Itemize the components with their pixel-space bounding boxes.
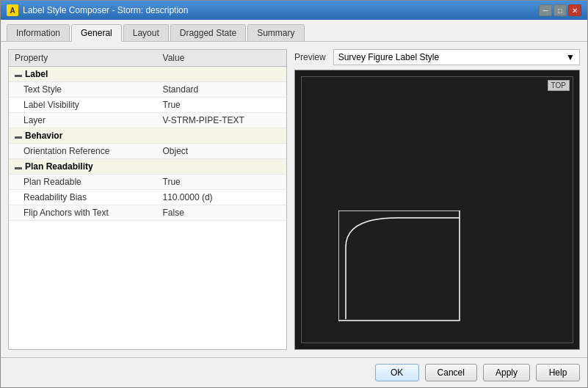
prop-flip-anchors-value[interactable]: False xyxy=(157,205,286,221)
table-row: Text Style Standard xyxy=(9,82,286,98)
minimize-button[interactable]: ─ xyxy=(539,4,552,16)
footer: OK Cancel Apply Help xyxy=(1,357,587,387)
preview-panel: Preview Survey Figure Label Style ▼ TOP xyxy=(294,49,580,350)
tab-information[interactable]: Information xyxy=(7,24,70,41)
prop-text-style-value[interactable]: Standard xyxy=(157,82,286,98)
preview-canvas-inner: TOP xyxy=(301,76,573,343)
preview-label: Preview xyxy=(294,52,326,62)
tab-dragged-state[interactable]: Dragged State xyxy=(170,24,246,41)
app-icon: A xyxy=(7,4,18,16)
table-row: Label Visibility True xyxy=(9,98,286,113)
top-label: TOP xyxy=(548,80,570,91)
table-row: Flip Anchors with Text False xyxy=(9,205,286,221)
prop-flip-anchors-label: Flip Anchors with Text xyxy=(9,205,157,221)
col-value-header: Value xyxy=(157,50,286,67)
style-dropdown[interactable]: Survey Figure Label Style ▼ xyxy=(333,49,580,65)
main-window: A Label Style Composer - Storm: descript… xyxy=(0,0,588,388)
prop-plan-readable-value[interactable]: True xyxy=(157,175,286,190)
title-bar-left: A Label Style Composer - Storm: descript… xyxy=(7,4,188,16)
window-controls: ─ □ ✕ xyxy=(539,4,581,16)
style-dropdown-value: Survey Figure Label Style xyxy=(338,52,439,62)
content-area: Property Value ▬ Label xyxy=(1,42,587,357)
property-table: Property Value ▬ Label xyxy=(9,50,286,221)
tab-bar: Information General Layout Dragged State… xyxy=(1,20,587,42)
chevron-down-icon: ▼ xyxy=(566,52,575,62)
apply-button[interactable]: Apply xyxy=(483,364,530,381)
title-bar: A Label Style Composer - Storm: descript… xyxy=(1,1,587,20)
window-title: Label Style Composer - Storm: descriptio… xyxy=(23,5,188,15)
tab-layout[interactable]: Layout xyxy=(123,24,169,41)
section-behavior: ▬ Behavior xyxy=(9,128,286,144)
preview-curve xyxy=(338,211,471,328)
maximize-button[interactable]: □ xyxy=(553,4,567,16)
collapse-icon-label[interactable]: ▬ xyxy=(15,70,22,78)
preview-canvas: TOP xyxy=(294,70,580,350)
col-property-header: Property xyxy=(9,50,157,67)
prop-orientation-value[interactable]: Object xyxy=(157,144,286,159)
section-plan-readability: ▬ Plan Readability xyxy=(9,159,286,175)
ok-button[interactable]: OK xyxy=(375,364,419,381)
section-behavior-text: Behavior xyxy=(25,131,62,141)
prop-orientation-label: Orientation Reference xyxy=(9,144,157,159)
prop-label-visibility-label: Label Visibility xyxy=(9,98,157,113)
collapse-icon-behavior[interactable]: ▬ xyxy=(15,132,22,140)
close-button[interactable]: ✕ xyxy=(568,4,581,16)
prop-plan-readable-label: Plan Readable xyxy=(9,175,157,190)
cancel-button[interactable]: Cancel xyxy=(425,364,477,381)
section-plan-text: Plan Readability xyxy=(25,161,93,172)
preview-header: Preview Survey Figure Label Style ▼ xyxy=(294,49,580,65)
tab-general[interactable]: General xyxy=(71,24,122,42)
prop-layer-label: Layer xyxy=(9,113,157,128)
help-button[interactable]: Help xyxy=(536,364,580,381)
prop-readability-bias-label: Readability Bias xyxy=(9,190,157,205)
table-row: Orientation Reference Object xyxy=(9,144,286,159)
tab-summary[interactable]: Summary xyxy=(247,24,304,41)
table-row: Plan Readable True xyxy=(9,175,286,190)
properties-panel: Property Value ▬ Label xyxy=(8,49,287,350)
prop-text-style-label: Text Style xyxy=(9,82,157,98)
section-label: ▬ Label xyxy=(9,67,286,82)
prop-label-visibility-value[interactable]: True xyxy=(157,98,286,113)
collapse-icon-plan[interactable]: ▬ xyxy=(15,163,22,171)
prop-layer-value[interactable]: V-STRM-PIPE-TEXT xyxy=(157,113,286,128)
section-label-text: Label xyxy=(25,69,48,79)
table-row: Layer V-STRM-PIPE-TEXT xyxy=(9,113,286,128)
prop-readability-bias-value[interactable]: 110.0000 (d) xyxy=(157,190,286,205)
table-row: Readability Bias 110.0000 (d) xyxy=(9,190,286,205)
